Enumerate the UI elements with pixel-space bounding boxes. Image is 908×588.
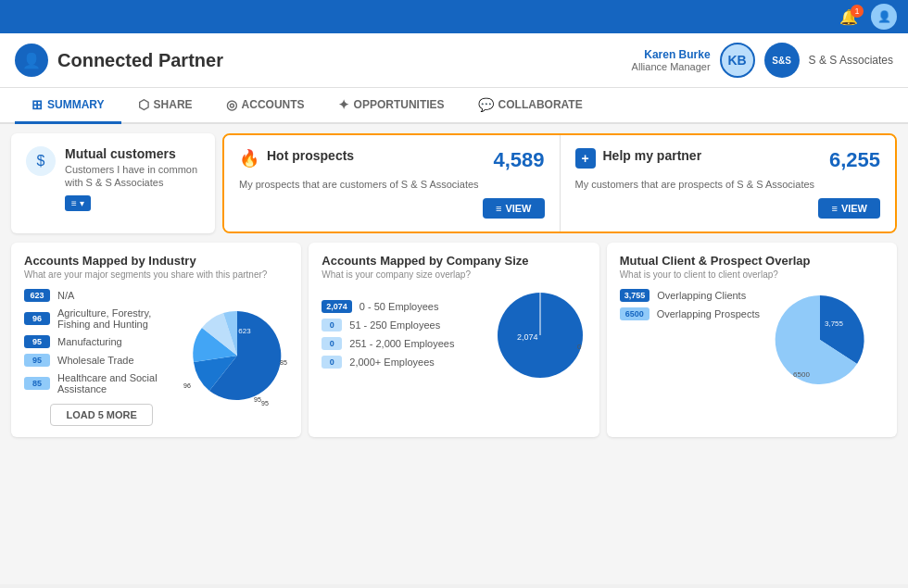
list-item: 2,074 0 - 50 Employees [322,300,486,313]
hot-prospects-view-label: VIEW [505,203,531,214]
industry-label-2: Manufacturing [57,336,122,347]
user-avatar[interactable]: KB [720,43,755,78]
prospects-badge: 6500 [620,307,649,320]
size-subtitle: What is your company size overlap? [322,269,586,280]
size-badge-1: 0 [322,319,342,332]
company-name: S & S Associates [809,54,893,67]
opportunities-icon: ✦ [338,97,349,112]
industry-subtitle: What are your major segments you share w… [24,269,288,280]
size-badge-2: 0 [322,337,342,350]
tab-collaborate-label: COLLABORATE [498,98,583,111]
clients-badge: 3,755 [620,289,650,302]
tab-bar: ⊞ SUMMARY ⬡ SHARE ◎ ACCOUNTS ✦ OPPORTUNI… [0,88,908,124]
list-icon-2: ≡ [831,203,837,214]
hot-prospects-view-button[interactable]: ≡ VIEW [483,198,545,219]
overlap-pie-chart: 3,755 6500 [769,289,871,394]
size-chart-container: 2,074 0 - 50 Employees 0 51 - 250 Employ… [322,289,586,385]
size-badge-3: 0 [322,356,342,369]
mutual-customers-icon: $ [26,146,56,176]
size-badge-0: 2,074 [322,300,352,313]
industry-label-0: N/A [57,290,74,301]
collaborate-icon: 💬 [478,97,494,112]
notification-count: 1 [851,5,864,18]
overlap-section: Mutual Client & Prospect Overlap What is… [607,243,897,437]
overlap-content: 3,755 Overlapping Clients 6500 Overlappi… [620,289,884,394]
header: 👤 Connected Partner Karen Burke Alliance… [0,33,908,88]
industry-pie-chart: 623 96 95 85 95 [186,305,288,410]
hot-prospects-count: 4,589 [493,148,544,172]
user-avatar-top[interactable]: 👤 [871,4,897,30]
tab-accounts-label: ACCOUNTS [242,98,305,111]
list-item: 95 Manufacturing [24,335,179,348]
notifications-bell[interactable]: 🔔 1 [839,8,858,26]
accounts-icon: ◎ [226,97,237,112]
industry-badge-3: 95 [24,354,50,367]
hot-prospects-header-left: 🔥 Hot prospects [239,148,354,169]
help-partner-desc: My customers that are prospects of S & S… [575,178,881,191]
tab-opportunities-label: OPPORTUNITIES [354,98,445,111]
highlight-wrapper: 🔥 Hot prospects 4,589 My prospects that … [222,133,897,233]
industry-label-3: Wholesale Trade [57,355,134,366]
list-item: 85 Healthcare and Social Assistance [24,372,179,394]
svg-text:95: 95 [261,400,269,407]
help-partner-bottom: ≡ VIEW [575,198,881,219]
industry-chart-container: 623 N/A 96 Agriculture, Forestry, Fishin… [24,289,288,426]
load-more-button[interactable]: LOAD 5 MORE [50,404,152,426]
load-more-container: LOAD 5 MORE [24,404,179,426]
main-content: $ Mutual customers Customers I have in c… [0,124,908,584]
overlap-title: Mutual Client & Prospect Overlap [620,254,884,268]
top-row: $ Mutual customers Customers I have in c… [11,133,897,233]
summary-icon: ⊞ [32,97,43,112]
top-bar: 🔔 1 👤 [0,0,908,33]
size-label-1: 51 - 250 Employees [349,319,440,331]
industry-badge-4: 85 [24,377,50,390]
svg-text:85: 85 [280,359,287,366]
mutual-actions: ≡ ▾ [65,195,200,211]
user-name: Karen Burke [632,48,711,61]
svg-text:95: 95 [254,396,261,403]
mutual-list-button[interactable]: ≡ ▾ [65,195,91,211]
mutual-customers-text: Mutual customers Customers I have in com… [65,146,200,211]
help-partner-header-left: + Help my partner [575,148,702,169]
tab-summary[interactable]: ⊞ SUMMARY [15,88,121,124]
size-list: 2,074 0 - 50 Employees 0 51 - 250 Employ… [322,300,486,374]
tab-share[interactable]: ⬡ SHARE [121,88,209,124]
hot-prospects-title: Hot prospects [267,148,354,163]
share-icon: ⬡ [138,97,149,112]
help-partner-view-button[interactable]: ≡ VIEW [818,198,880,219]
list-item: 6500 Overlapping Prospects [620,307,760,320]
overlap-legend: 3,755 Overlapping Clients 6500 Overlappi… [620,289,760,394]
fire-icon: 🔥 [239,148,259,169]
hot-prospects-bottom: ≡ VIEW [239,198,545,219]
company-badge[interactable]: S&S [764,43,800,78]
help-partner-title: Help my partner [603,148,702,163]
help-partner-top: + Help my partner 6,255 [575,148,881,172]
clients-label: Overlapping Clients [657,290,746,301]
svg-text:0: 0 [577,343,582,351]
tab-share-label: SHARE [154,98,193,111]
mutual-customers-card: $ Mutual customers Customers I have in c… [11,133,215,233]
tab-opportunities[interactable]: ✦ OPPORTUNITIES [322,88,461,124]
size-pie-chart: 2,074 0 [494,289,586,385]
hot-prospects-card: 🔥 Hot prospects 4,589 My prospects that … [224,135,561,231]
list-item: 3,755 Overlapping Clients [620,289,760,302]
size-section: Accounts Mapped by Company Size What is … [309,243,599,437]
tab-collaborate[interactable]: 💬 COLLABORATE [461,88,599,124]
industry-badge-2: 95 [24,335,50,348]
list-item: 95 Wholesale Trade [24,354,179,367]
list-icon: ≡ [496,203,501,214]
industry-section: Accounts Mapped by Industry What are you… [11,243,301,437]
svg-text:623: 623 [239,327,252,335]
tab-summary-label: SUMMARY [47,98,105,111]
size-label-2: 251 - 2,000 Employees [349,338,454,349]
user-info: Karen Burke Alliance Manager [632,48,711,72]
industry-label-1: Agriculture, Forestry, Fishing and Hunti… [57,307,179,330]
mutual-customers-desc: Customers I have in common with S & S As… [65,163,200,190]
size-label-3: 2,000+ Employees [349,357,434,368]
list-item: 0 2,000+ Employees [322,356,486,369]
overlap-subtitle: What is your to client to client overlap… [620,269,884,280]
industry-title: Accounts Mapped by Industry [24,254,288,268]
help-partner-view-label: VIEW [841,203,867,214]
header-right: Karen Burke Alliance Manager KB S&S S & … [632,43,893,78]
tab-accounts[interactable]: ◎ ACCOUNTS [209,88,322,124]
